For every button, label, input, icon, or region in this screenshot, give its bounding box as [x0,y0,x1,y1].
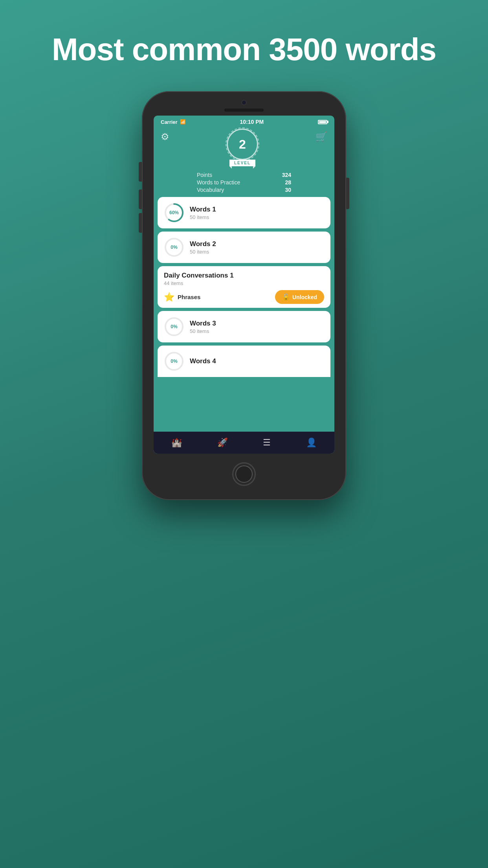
words-2-subtitle: 50 items [190,249,324,255]
phone-screen: Carrier 📶 10:10 PM ⚙ 2 LEVEL 🛒 [154,116,334,454]
nav-list[interactable]: ☰ [263,438,271,448]
status-bar: Carrier 📶 10:10 PM [154,116,334,128]
words-3-title: Words 3 [190,320,324,327]
words-1-percent: 60% [169,210,179,215]
badge-outer: 2 [226,127,259,161]
words-4-text: Words 4 [190,357,324,365]
stat-points: Points 324 [197,172,291,178]
words-4-card[interactable]: 0% Words 4 [158,346,330,377]
words-1-title: Words 1 [190,206,324,213]
words-to-practice-value: 28 [285,179,291,186]
carrier-label: Carrier [161,119,178,125]
badge-circle: 2 [227,129,258,160]
stats-section: Points 324 Words to Practice 28 Vocabula… [154,166,334,197]
words-to-practice-label: Words to Practice [197,179,240,186]
words-3-text: Words 3 50 items [190,320,324,334]
level-badge: 2 LEVEL [226,127,259,166]
page-title: Most common 3500 words [52,31,436,68]
words-2-text: Words 2 50 items [190,240,324,255]
words-3-card[interactable]: 0% Words 3 50 items [158,311,330,342]
cart-button[interactable]: 🛒 [316,131,327,142]
daily-conversations-subtitle: 44 items [164,280,324,286]
stat-vocabulary: Vocabulary 30 [197,187,291,193]
words-4-progress-ring: 0% [164,351,184,371]
settings-button[interactable]: ⚙ [161,131,169,142]
words-2-title: Words 2 [190,240,324,248]
words-1-text: Words 1 50 items [190,206,324,220]
profile-icon: 👤 [306,438,317,448]
stat-words-to-practice: Words to Practice 28 [197,179,291,186]
battery-fill [319,121,326,123]
home-button-inner [235,465,253,483]
words-4-percent: 0% [171,359,177,364]
words-2-percent: 0% [171,245,177,250]
daily-conversations-title: Daily Conversations 1 [164,272,324,280]
nav-rocket[interactable]: 🚀 [217,438,228,448]
phrases-label: Phrases [178,294,200,300]
words-3-subtitle: 50 items [190,328,324,334]
words-2-card[interactable]: 0% Words 2 50 items [158,232,330,263]
words-2-progress-ring: 0% [164,237,184,257]
words-1-card[interactable]: 60% Words 1 50 items [158,197,330,228]
vocabulary-value: 30 [285,187,291,193]
battery-icon [318,120,327,124]
home-icon: 🏰 [171,438,182,448]
phone-camera [241,100,247,105]
words-4-title: Words 4 [190,357,324,365]
level-label: LEVEL [229,160,255,166]
conv-bottom: ⭐ Phrases 🔓 Unlocked [164,290,324,304]
app-header: ⚙ 2 LEVEL 🛒 [154,128,334,166]
unlocked-button[interactable]: 🔓 Unlocked [275,290,324,304]
level-number: 2 [239,138,246,151]
status-left: Carrier 📶 [161,119,186,125]
phone-top-bar [142,91,346,112]
rocket-icon: 🚀 [217,438,228,448]
phone-speaker [224,108,264,112]
lock-open-icon: 🔓 [282,293,290,301]
words-1-subtitle: 50 items [190,214,324,220]
words-3-progress-ring: 0% [164,316,184,337]
phone-mockup: Carrier 📶 10:10 PM ⚙ 2 LEVEL 🛒 [142,91,346,500]
star-icon: ⭐ [164,292,174,302]
points-label: Points [197,172,212,178]
phrases-left: ⭐ Phrases [164,292,200,302]
bottom-nav: 🏰 🚀 ☰ 👤 [154,432,334,454]
content-list: 60% Words 1 50 items 0% Words 2 [154,197,334,432]
vocabulary-label: Vocabulary [197,187,224,193]
nav-home[interactable]: 🏰 [171,438,182,448]
home-button[interactable] [232,462,256,486]
words-3-percent: 0% [171,324,177,329]
unlocked-label: Unlocked [292,294,317,300]
points-value: 324 [282,172,291,178]
nav-profile[interactable]: 👤 [306,438,317,448]
status-right [318,120,327,124]
list-icon: ☰ [263,438,271,448]
status-time: 10:10 PM [240,119,264,125]
daily-conversations-card[interactable]: Daily Conversations 1 44 items ⭐ Phrases… [158,266,330,308]
words-1-progress-ring: 60% [164,202,184,223]
wifi-icon: 📶 [180,119,186,125]
